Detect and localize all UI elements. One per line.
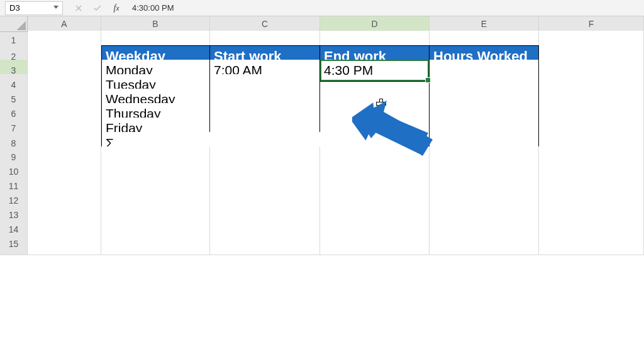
cell-B15[interactable] — [101, 233, 210, 255]
col-header-D[interactable]: D — [320, 16, 430, 32]
cell-F15[interactable] — [539, 233, 644, 255]
chevron-down-icon[interactable] — [53, 6, 58, 11]
row-header-15[interactable]: 15 — [0, 233, 28, 255]
select-all-corner[interactable] — [0, 16, 28, 32]
formula-input[interactable]: 4:30:00 PM — [132, 3, 644, 13]
fx-icon: fx — [114, 3, 119, 13]
col-header-F[interactable]: F — [539, 16, 644, 32]
fx-button[interactable]: fx — [111, 3, 122, 14]
cell-A15[interactable] — [28, 233, 101, 255]
col-header-C[interactable]: C — [210, 16, 320, 32]
col-header-B[interactable]: B — [101, 16, 210, 32]
cell-C15[interactable] — [210, 233, 320, 255]
cell-D3[interactable]: 4:30 PM — [320, 60, 430, 82]
cancel-button[interactable] — [73, 3, 84, 14]
col-header-A[interactable]: A — [28, 16, 101, 32]
cell-D15[interactable] — [320, 233, 430, 255]
name-box[interactable]: D3 — [5, 1, 63, 15]
cell-reference: D3 — [9, 3, 20, 13]
formula-bar: D3 fx 4:30:00 PM — [0, 0, 644, 16]
confirm-button[interactable] — [92, 3, 103, 14]
formula-bar-controls: fx — [73, 3, 122, 14]
cell-E15[interactable] — [430, 233, 539, 255]
col-header-E[interactable]: E — [430, 16, 539, 32]
spreadsheet-grid[interactable]: A B C D E F 1 2 Weekday Start work End w… — [0, 16, 644, 362]
